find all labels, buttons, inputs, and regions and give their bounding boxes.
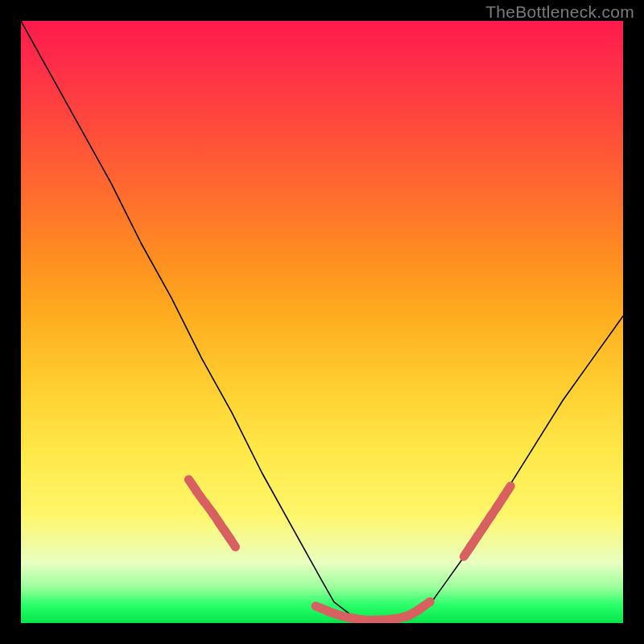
chart-root: TheBottleneck.com bbox=[0, 0, 644, 644]
bottleneck-curve bbox=[21, 21, 623, 622]
marker-dots bbox=[188, 480, 510, 621]
watermark-text: TheBottleneck.com bbox=[485, 2, 634, 22]
marker-capsule bbox=[503, 486, 510, 497]
marker-capsule bbox=[419, 601, 430, 609]
marker-capsule bbox=[228, 535, 235, 547]
chart-svg bbox=[21, 21, 623, 623]
plot-area bbox=[21, 21, 623, 623]
bottleneck-curve-path bbox=[21, 21, 623, 622]
